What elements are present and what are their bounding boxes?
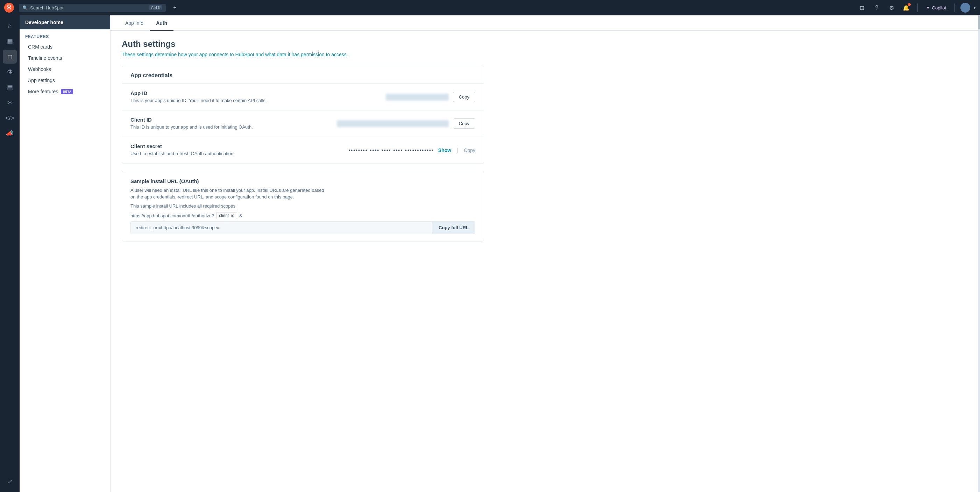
notifications-icon-btn[interactable]: 🔔 bbox=[900, 2, 912, 13]
client-secret-value-area: •••••••• •••• •••• •••• •••••••••••• Sho… bbox=[348, 147, 475, 153]
scroll-thumb bbox=[978, 15, 980, 29]
app-id-description: This is your app's unique ID. You'll nee… bbox=[130, 97, 326, 104]
flask-icon-btn[interactable]: ⚗ bbox=[3, 65, 17, 79]
settings-icon-btn[interactable]: ⚙ bbox=[886, 2, 897, 13]
hubspot-logo-icon bbox=[4, 3, 14, 13]
client-secret-info: Client secret Used to establish and refr… bbox=[130, 143, 348, 157]
search-input[interactable] bbox=[30, 5, 147, 11]
storage-icon-btn[interactable]: ▤ bbox=[3, 80, 17, 94]
client-id-value-blurred bbox=[337, 120, 449, 127]
tab-auth[interactable]: Auth bbox=[150, 15, 173, 31]
tools-icon-btn[interactable]: ✂ bbox=[3, 96, 17, 110]
developer-home-button[interactable]: Developer home bbox=[19, 15, 110, 29]
nav-divider-2 bbox=[955, 3, 955, 12]
client-id-copy-button[interactable]: Copy bbox=[453, 119, 475, 129]
apps-icon-btn[interactable]: ⊞ bbox=[856, 2, 868, 13]
app-credentials-card: App credentials App ID This is your app'… bbox=[122, 66, 484, 164]
top-navigation: 🔍 Ctrl K + ⊞ ? ⚙ 🔔 ✦ Copilot ▾ bbox=[0, 0, 980, 15]
copy-full-url-button[interactable]: Copy full URL bbox=[432, 222, 475, 234]
features-section-header: Features bbox=[19, 29, 110, 41]
scrollbar[interactable] bbox=[978, 15, 980, 492]
search-bar[interactable]: 🔍 Ctrl K bbox=[19, 4, 166, 12]
sidebar-item-webhooks[interactable]: Webhooks bbox=[19, 63, 110, 75]
copilot-icon: ✦ bbox=[926, 5, 930, 11]
sample-url-description-2: This sample install URL includes all req… bbox=[130, 203, 326, 209]
app-id-value-blurred bbox=[386, 94, 449, 101]
user-menu-chevron[interactable]: ▾ bbox=[974, 6, 976, 10]
app-id-value-area: Copy bbox=[386, 92, 475, 102]
expand-icon-btn[interactable]: ⤢ bbox=[3, 475, 17, 489]
nav-sidebar: Developer home Features CRM cards Timeli… bbox=[19, 15, 111, 492]
url-full-text: redirect_uri=http://localhost:9090&scope… bbox=[131, 222, 432, 234]
sidebar-item-crm-cards[interactable]: CRM cards bbox=[19, 41, 110, 52]
url-client-id-badge: client_id bbox=[216, 212, 237, 219]
url-full-row: redirect_uri=http://localhost:9090&scope… bbox=[130, 221, 475, 234]
client-secret-dots: •••••••• •••• •••• •••• •••••••••••• bbox=[348, 148, 434, 153]
card-header-credentials: App credentials bbox=[122, 66, 484, 84]
dashboard-icon-btn[interactable]: ▦ bbox=[3, 34, 17, 48]
app-id-info: App ID This is your app's unique ID. You… bbox=[130, 90, 386, 104]
sample-url-header: Sample install URL (OAuth) bbox=[130, 178, 475, 184]
tabs-bar: App Info Auth bbox=[111, 15, 980, 31]
sidebar-item-timeline-events[interactable]: Timeline events bbox=[19, 52, 110, 63]
client-id-description: This ID is unique to your app and is use… bbox=[130, 124, 326, 130]
code-icon-btn[interactable]: </> bbox=[3, 111, 17, 125]
beta-badge: BETA bbox=[61, 89, 73, 94]
more-features-label: More features bbox=[28, 89, 58, 94]
url-display-row: https://app.hubspot.com/oauth/authorize?… bbox=[130, 212, 475, 219]
search-icon: 🔍 bbox=[22, 5, 28, 11]
client-secret-show-link[interactable]: Show bbox=[438, 148, 451, 153]
help-icon-btn[interactable]: ? bbox=[871, 2, 883, 13]
nav-divider bbox=[917, 3, 918, 12]
client-id-row: Client ID This ID is unique to your app … bbox=[122, 110, 484, 137]
app-id-row: App ID This is your app's unique ID. You… bbox=[122, 84, 484, 110]
url-prefix-text: https://app.hubspot.com/oauth/authorize? bbox=[130, 213, 214, 218]
user-avatar[interactable] bbox=[961, 3, 970, 13]
sidebar-item-more-features[interactable]: More features BETA bbox=[19, 86, 110, 97]
main-layout: ⌂ ▦ ◻ ⚗ ▤ ✂ </> 📣 ⤢ Developer home Featu… bbox=[0, 15, 980, 492]
icon-sidebar: ⌂ ▦ ◻ ⚗ ▤ ✂ </> 📣 ⤢ bbox=[0, 15, 19, 492]
copilot-button[interactable]: ✦ Copilot bbox=[923, 4, 949, 12]
content-inner: Auth settings These settings determine h… bbox=[111, 31, 495, 257]
divider: | bbox=[457, 147, 458, 153]
url-ampersand: & bbox=[239, 213, 242, 218]
home-icon-btn[interactable]: ⌂ bbox=[3, 19, 17, 33]
client-id-info: Client ID This ID is unique to your app … bbox=[130, 117, 337, 130]
keyboard-shortcut-hint: Ctrl K bbox=[150, 5, 162, 10]
sample-url-description-1: A user will need an install URL like thi… bbox=[130, 187, 326, 201]
client-secret-description: Used to establish and refresh OAuth auth… bbox=[130, 151, 326, 157]
client-id-value-area: Copy bbox=[337, 119, 475, 129]
content-area: App Info Auth Auth settings These settin… bbox=[111, 15, 980, 492]
client-id-label: Client ID bbox=[130, 117, 337, 123]
page-title: Auth settings bbox=[122, 39, 484, 49]
client-secret-copy-link[interactable]: Copy bbox=[464, 148, 475, 153]
tab-app-info[interactable]: App Info bbox=[119, 15, 150, 31]
client-secret-row: Client secret Used to establish and refr… bbox=[122, 137, 484, 163]
copilot-label: Copilot bbox=[932, 5, 946, 11]
megaphone-icon-btn[interactable]: 📣 bbox=[3, 127, 17, 140]
page-description: These settings determine how your app co… bbox=[122, 52, 484, 57]
sidebar-item-app-settings[interactable]: App settings bbox=[19, 75, 110, 86]
app-id-copy-button[interactable]: Copy bbox=[453, 92, 475, 102]
sample-url-card: Sample install URL (OAuth) A user will n… bbox=[122, 171, 484, 242]
app-id-label: App ID bbox=[130, 90, 386, 96]
client-secret-label: Client secret bbox=[130, 143, 348, 149]
add-button[interactable]: + bbox=[169, 2, 180, 13]
apps-sidebar-icon-btn[interactable]: ◻ bbox=[3, 50, 17, 63]
